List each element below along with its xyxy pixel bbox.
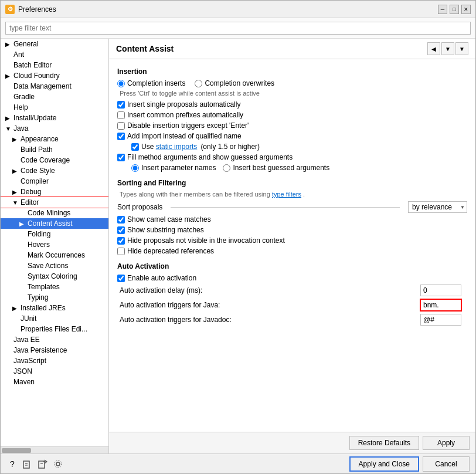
help-icon[interactable]: ? [6,458,18,470]
completion-overwrites-radio[interactable] [195,80,202,87]
forward-dropdown[interactable]: ▼ [441,42,454,55]
disable-insertion-checkbox[interactable] [117,122,125,130]
hide-deprecated-label[interactable]: Hide deprecated references [117,247,214,255]
sidebar-item-hovers[interactable]: Hovers [1,239,108,250]
search-input[interactable] [5,22,471,35]
sidebar-item-java-persistence[interactable]: Java Persistence [1,345,108,356]
search-bar [1,18,475,39]
insert-single-checkbox[interactable] [117,101,125,109]
apply-and-close-button[interactable]: Apply and Close [349,456,419,472]
insert-common-label[interactable]: Insert common prefixes automatically [117,111,243,119]
show-substring-label[interactable]: Show substring matches [117,226,204,234]
show-camel-label[interactable]: Show camel case matches [117,215,211,224]
hide-not-visible-checkbox[interactable] [117,237,125,245]
sidebar-item-code-style[interactable]: ▶ Code Style [1,165,108,176]
sidebar-item-junit[interactable]: JUnit [1,313,108,324]
fill-method-label[interactable]: Fill method arguments and show guessed a… [117,153,293,161]
show-camel-checkbox[interactable] [117,216,125,224]
sidebar-item-appearance[interactable]: ▶ Appearance [1,134,108,144]
hide-not-visible-label[interactable]: Hide proposals not visible in the invoca… [117,236,285,245]
sidebar-item-code-minings[interactable]: Code Minings [1,208,108,218]
insert-param-names-label[interactable]: Insert parameter names [131,164,216,172]
sidebar-item-syntax-coloring[interactable]: Syntax Coloring [1,271,108,282]
use-static-imports-label[interactable]: Use static imports [131,143,197,151]
sorting-period: . [303,191,305,198]
sidebar-item-save-actions[interactable]: Save Actions [1,260,108,271]
insertion-section: Insertion Completion inserts Completion … [117,67,467,172]
delay-input[interactable] [420,285,461,296]
sidebar-item-label: Appearance [21,135,59,143]
add-import-checkbox[interactable] [117,133,125,140]
sidebar-item-label: Typing [28,293,48,302]
sidebar-item-gradle[interactable]: Gradle [1,92,108,102]
cancel-button[interactable]: Cancel [423,456,470,472]
completion-inserts-label[interactable]: Completion inserts [117,79,185,87]
close-button[interactable]: ✕ [461,5,471,14]
param-radio-group: Insert parameter names Insert best guess… [117,164,467,172]
sidebar-item-general[interactable]: ▶ General [1,39,108,49]
sidebar-item-label: Maven [13,378,35,386]
insert-single-text: Insert single proposals automatically [127,100,240,109]
sidebar-item-installed-jres[interactable]: ▶ Installed JREs [1,303,108,313]
sidebar-item-java-ee[interactable]: Java EE [1,334,108,345]
add-import-text: Add import instead of qualified name [127,132,242,140]
sidebar-item-build-path[interactable]: Build Path [1,144,108,155]
add-import-label[interactable]: Add import instead of qualified name [117,132,242,140]
sidebar-item-label: Save Actions [28,262,68,270]
enable-auto-checkbox[interactable] [117,275,125,282]
tree-horizontal-scrollbar[interactable] [1,446,108,453]
insert-common-checkbox[interactable] [117,111,125,119]
completion-inserts-radio[interactable] [117,80,125,87]
sidebar-item-help[interactable]: Help [1,102,108,113]
svg-rect-3 [39,461,45,468]
apply-button[interactable]: Apply [423,436,470,450]
import-icon[interactable] [37,458,49,470]
completion-overwrites-text: Completion overwrites [205,79,274,87]
insert-best-guessed-radio[interactable] [223,164,230,172]
sidebar-item-content-assist[interactable]: ▶ Content Assist [1,218,108,229]
sidebar-item-data-management[interactable]: Data Management [1,81,108,92]
sidebar-item-code-coverage[interactable]: Code Coverage [1,155,108,165]
use-static-imports-checkbox[interactable] [131,143,139,151]
settings-icon[interactable] [52,458,64,470]
sidebar-item-install-update[interactable]: ▶ Install/Update [1,113,108,123]
menu-button[interactable]: ▼ [455,42,468,55]
sidebar-item-cloud-foundry[interactable]: ▶ Cloud Foundry [1,70,108,81]
sidebar-item-typing[interactable]: Typing [1,292,108,303]
triggers-javadoc-input[interactable] [420,314,461,326]
restore-defaults-button[interactable]: Restore Defaults [349,436,419,450]
fill-method-checkbox[interactable] [117,154,125,161]
sidebar-item-javascript[interactable]: JavaScript [1,356,108,366]
sidebar-item-mark-occurrences[interactable]: Mark Occurrences [1,250,108,260]
sidebar-item-java[interactable]: ▼ Java [1,123,108,134]
sort-proposals-select[interactable]: by relevance alphabetically [408,201,467,213]
insert-single-label[interactable]: Insert single proposals automatically [117,100,240,109]
sidebar-item-templates[interactable]: Templates [1,282,108,292]
sidebar-item-folding[interactable]: Folding [1,229,108,239]
back-button[interactable]: ◀ [427,42,440,55]
sidebar-item-maven[interactable]: Maven [1,377,108,387]
hide-deprecated-checkbox[interactable] [117,248,125,255]
type-filters-link[interactable]: type filters [272,191,301,198]
export-icon[interactable] [22,458,33,470]
sidebar-item-editor[interactable]: ▼ Editor [1,197,108,208]
sidebar-item-debug[interactable]: ▶ Debug [1,187,108,197]
sidebar-item-properties-files[interactable]: Properties Files Edi... [1,324,108,334]
add-import-row: Add import instead of qualified name [117,132,467,140]
minimize-button[interactable]: ─ [438,5,447,14]
expand-arrow: ▶ [12,305,19,312]
triggers-java-input[interactable] [420,299,461,311]
disable-insertion-label[interactable]: Disable insertion triggers except 'Enter… [117,121,249,130]
completion-overwrites-label[interactable]: Completion overwrites [195,79,274,87]
sidebar-item-compiler[interactable]: Compiler [1,176,108,187]
sort-select-wrapper: by relevance alphabetically [408,201,467,213]
maximize-button[interactable]: □ [450,5,459,14]
sidebar-item-ant[interactable]: Ant [1,49,108,60]
sidebar-item-batch-editor[interactable]: Batch Editor [1,60,108,70]
static-imports-link[interactable]: static imports [156,143,198,151]
insert-best-guessed-label[interactable]: Insert best guessed arguments [223,164,329,172]
sidebar-item-json[interactable]: JSON [1,366,108,377]
insert-param-names-radio[interactable] [131,164,139,172]
show-substring-checkbox[interactable] [117,226,125,234]
enable-auto-label[interactable]: Enable auto activation [117,274,196,282]
